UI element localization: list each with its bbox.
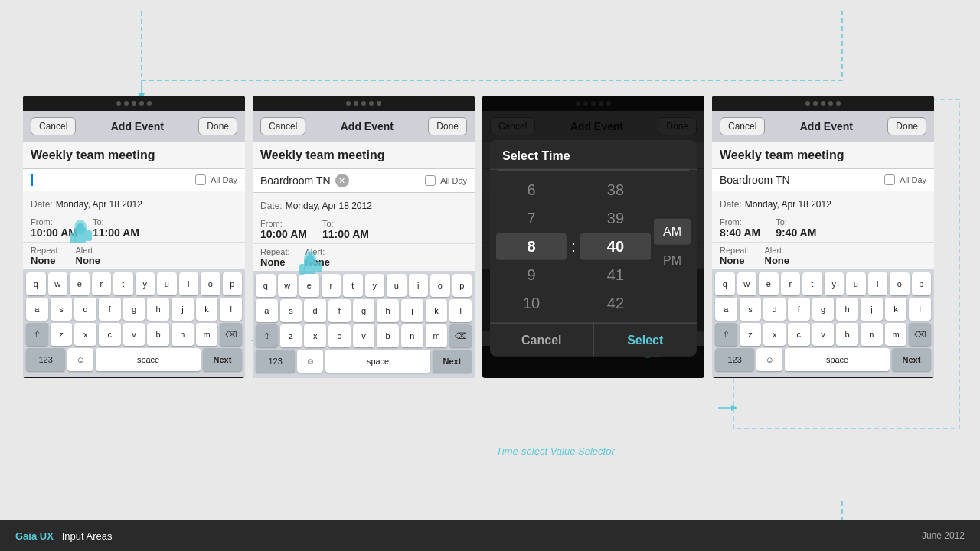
hour-10[interactable]: 10 — [496, 289, 567, 316]
key-w[interactable]: w — [48, 272, 68, 295]
all-day-checkbox-2[interactable] — [425, 175, 436, 186]
key-h[interactable]: h — [147, 298, 169, 321]
key-s[interactable]: s — [51, 298, 73, 321]
key-j-s2[interactable]: j — [401, 299, 423, 322]
key-emoji-s4[interactable]: ☺ — [756, 348, 782, 371]
key-l[interactable]: l — [220, 298, 242, 321]
key-b-s2[interactable]: b — [377, 324, 399, 347]
key-v[interactable]: v — [123, 323, 145, 346]
key-s-s4[interactable]: s — [740, 298, 762, 321]
key-p-s4[interactable]: p — [912, 272, 932, 295]
key-z[interactable]: z — [51, 323, 73, 346]
key-l-s4[interactable]: l — [909, 298, 931, 321]
key-t-s4[interactable]: t — [802, 272, 822, 295]
location-input-row-4[interactable]: Boardroom TN All Day — [712, 168, 934, 191]
done-button-2[interactable]: Done — [428, 117, 467, 135]
key-123[interactable]: 123 — [26, 348, 65, 371]
all-day-checkbox-4[interactable] — [884, 174, 895, 185]
key-123-s2[interactable]: 123 — [256, 350, 295, 373]
key-backspace-s4[interactable]: ⌫ — [909, 323, 931, 346]
key-e-s2[interactable]: e — [299, 274, 319, 297]
key-y-s2[interactable]: y — [365, 274, 385, 297]
am-option[interactable]: AM — [654, 219, 691, 245]
key-space-s2[interactable]: space — [325, 350, 430, 373]
key-o[interactable]: o — [201, 272, 220, 295]
pm-option[interactable]: PM — [654, 248, 691, 274]
key-b-s4[interactable]: b — [836, 323, 858, 346]
key-a-s4[interactable]: a — [715, 298, 737, 321]
key-y[interactable]: y — [136, 272, 155, 295]
key-d-s2[interactable]: d — [304, 299, 326, 322]
key-n[interactable]: n — [172, 323, 194, 346]
key-d[interactable]: d — [74, 298, 96, 321]
key-e[interactable]: e — [70, 272, 90, 295]
key-q[interactable]: q — [26, 272, 46, 295]
next-button-4[interactable]: Next — [892, 348, 931, 371]
key-t[interactable]: t — [113, 272, 133, 295]
key-w-s2[interactable]: w — [278, 274, 298, 297]
hour-8-selected[interactable]: 8 — [496, 233, 567, 259]
key-i-s4[interactable]: i — [868, 272, 888, 295]
hour-9[interactable]: 9 — [496, 261, 567, 288]
key-e-s4[interactable]: e — [759, 272, 779, 295]
min-40-selected[interactable]: 40 — [580, 233, 651, 259]
hour-7[interactable]: 7 — [496, 204, 567, 231]
cancel-button-1[interactable]: Cancel — [31, 117, 76, 135]
hours-column[interactable]: 6 7 8 9 10 — [496, 176, 567, 316]
key-k-s4[interactable]: k — [885, 298, 907, 321]
key-backspace[interactable]: ⌫ — [220, 323, 242, 346]
key-p[interactable]: p — [223, 272, 243, 295]
key-m-s4[interactable]: m — [885, 323, 907, 346]
key-x[interactable]: x — [74, 323, 96, 346]
key-f-s2[interactable]: f — [328, 299, 351, 322]
key-g-s4[interactable]: g — [812, 298, 835, 321]
key-z-s4[interactable]: z — [740, 323, 762, 346]
key-h-s2[interactable]: h — [377, 299, 399, 322]
minutes-column[interactable]: 38 39 40 41 42 — [580, 176, 651, 316]
key-u-s2[interactable]: u — [387, 274, 407, 297]
key-z-s2[interactable]: z — [280, 324, 302, 347]
key-k[interactable]: k — [196, 298, 218, 321]
hour-6[interactable]: 6 — [496, 176, 567, 203]
key-v-s4[interactable]: v — [812, 323, 835, 346]
key-f[interactable]: f — [99, 298, 121, 321]
key-j[interactable]: j — [172, 298, 194, 321]
key-v-s2[interactable]: v — [353, 324, 375, 347]
key-d-s4[interactable]: d — [763, 298, 786, 321]
key-o-s4[interactable]: o — [890, 272, 910, 295]
min-42[interactable]: 42 — [580, 289, 651, 316]
key-u-s4[interactable]: u — [846, 272, 866, 295]
cancel-button-4[interactable]: Cancel — [720, 117, 765, 135]
key-shift-s2[interactable]: ⇧ — [256, 324, 278, 347]
key-q-s4[interactable]: q — [715, 272, 735, 295]
all-day-checkbox-1[interactable] — [195, 174, 206, 185]
done-button-4[interactable]: Done — [887, 117, 926, 135]
key-i[interactable]: i — [179, 272, 199, 295]
key-o-s2[interactable]: o — [430, 274, 450, 297]
clear-button-2[interactable]: ✕ — [335, 174, 349, 187]
key-x-s4[interactable]: x — [763, 323, 786, 346]
min-38[interactable]: 38 — [580, 176, 651, 203]
key-n-s4[interactable]: n — [861, 323, 883, 346]
key-m[interactable]: m — [196, 323, 218, 346]
key-l-s2[interactable]: l — [449, 299, 472, 322]
key-r-s4[interactable]: r — [781, 272, 801, 295]
key-a[interactable]: a — [26, 298, 48, 321]
time-select-button[interactable]: Select — [594, 324, 697, 356]
key-u[interactable]: u — [157, 272, 177, 295]
key-shift[interactable]: ⇧ — [26, 323, 48, 346]
key-y-s4[interactable]: y — [825, 272, 844, 295]
key-p-s2[interactable]: p — [452, 274, 472, 297]
key-t-s2[interactable]: t — [343, 274, 363, 297]
key-g[interactable]: g — [123, 298, 145, 321]
key-j-s4[interactable]: j — [861, 298, 883, 321]
min-39[interactable]: 39 — [580, 204, 651, 231]
key-c-s4[interactable]: c — [788, 323, 810, 346]
next-button-2[interactable]: Next — [433, 350, 472, 373]
location-input-row-1[interactable]: All Day — [23, 168, 245, 191]
key-emoji-s2[interactable]: ☺ — [297, 350, 323, 373]
key-h-s4[interactable]: h — [836, 298, 858, 321]
done-button-1[interactable]: Done — [198, 117, 237, 135]
key-w-s4[interactable]: w — [737, 272, 757, 295]
key-a-s2[interactable]: a — [256, 299, 278, 322]
